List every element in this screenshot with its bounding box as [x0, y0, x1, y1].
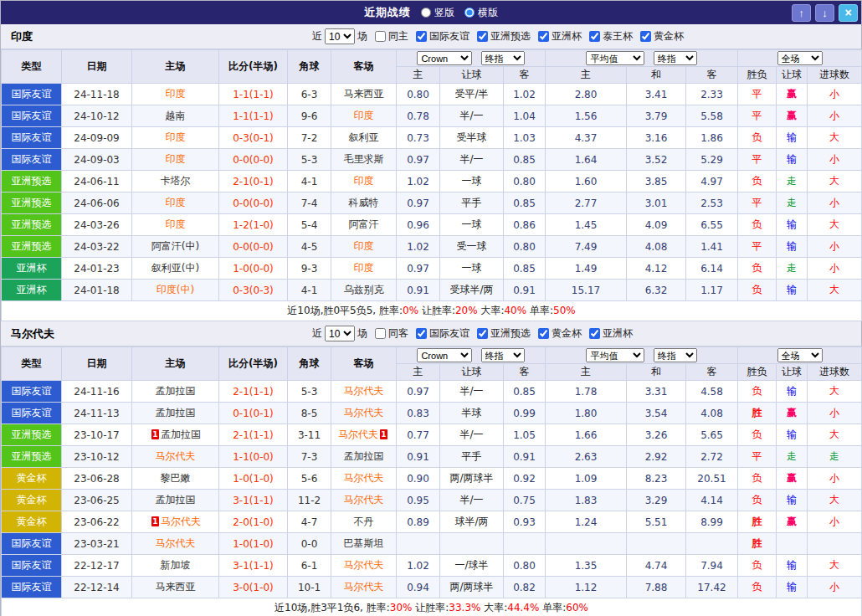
- match-row: 亚洲预选24-03-26印度1-2(1-0)5-4阿富汗0.96一球0.861.…: [2, 214, 862, 236]
- match-date: 23-03-21: [62, 533, 132, 555]
- competition-checkbox[interactable]: [477, 31, 488, 42]
- home-team: 孟加拉国: [132, 381, 219, 403]
- euro-odds: 3.29: [627, 490, 686, 511]
- bookmaker-select[interactable]: Crown: [417, 51, 472, 65]
- average-odds-select[interactable]: 平均值: [586, 348, 644, 362]
- competition-filter[interactable]: 泰王杯: [589, 29, 633, 44]
- euro-odds: 2.33: [686, 84, 738, 105]
- column-header-type: 类型: [2, 50, 62, 84]
- title-group: 近期战绩 竖版 横版: [1, 5, 861, 20]
- handicap-line: 半球: [440, 403, 504, 424]
- red-card-badge: 1: [380, 429, 387, 439]
- summary-segment: 0%: [403, 305, 418, 316]
- match-row: 国际友谊22-12-14马来西亚3-0(1-0)10-1马尔代夫0.94两/两球…: [2, 577, 862, 598]
- result-handicap: 赢: [777, 403, 808, 424]
- competition-filter[interactable]: 亚洲预选: [477, 326, 531, 341]
- final-odds-select[interactable]: 终指: [481, 51, 525, 65]
- close-button[interactable]: ×: [839, 4, 858, 22]
- handicap-line: 半/一: [440, 490, 504, 511]
- away-team: 马尔代夫: [331, 403, 397, 424]
- euro-odds: 3.54: [627, 403, 686, 424]
- competition-filter[interactable]: 国际友谊: [416, 29, 469, 44]
- asian-odds: [504, 533, 546, 555]
- scope-select[interactable]: 全场: [777, 348, 823, 362]
- competition-filter[interactable]: 黄金杯: [640, 29, 684, 44]
- section-bar-maldives: 马尔代夫 近 10 场 同客 国际友谊 亚洲预选 黄金杯 亚洲杯: [1, 321, 861, 346]
- competition-checkbox[interactable]: [416, 31, 427, 42]
- competition-checkbox[interactable]: [589, 328, 600, 339]
- competition-filter[interactable]: 国际友谊: [416, 326, 469, 341]
- team-label: 马尔代夫: [344, 494, 384, 506]
- asian-odds: 0.95: [397, 490, 440, 511]
- team-label: 印度: [166, 88, 186, 100]
- same-away-checkbox[interactable]: [375, 328, 386, 339]
- asian-odds: 0.94: [397, 577, 440, 598]
- competition-checkbox[interactable]: [538, 328, 549, 339]
- competition-checkbox[interactable]: [589, 31, 600, 42]
- summary-row: 近10场,胜0平5负5, 胜率:0% 让胜率:20% 大率:40% 单率:50%: [2, 301, 862, 321]
- scroll-up-button[interactable]: ↑: [792, 4, 811, 22]
- scope-select[interactable]: 全场: [777, 51, 823, 65]
- competition-filter[interactable]: 黄金杯: [538, 326, 582, 341]
- handicap-line: 一球: [440, 214, 504, 236]
- competition-filter[interactable]: 亚洲预选: [477, 29, 531, 44]
- competition-checkbox[interactable]: [416, 328, 427, 339]
- competition-label: 亚洲预选: [490, 29, 531, 44]
- horizontal-layout-radio[interactable]: [464, 8, 475, 18]
- match-score: 2-0(1-0): [219, 511, 288, 533]
- vertical-layout-radio[interactable]: [421, 8, 431, 18]
- asian-odds: 0.97: [397, 381, 440, 403]
- filter-suffix-label: 场: [357, 326, 367, 341]
- average-odds-select[interactable]: 平均值: [586, 51, 644, 65]
- result-wdl: 负: [738, 424, 777, 446]
- subcol-euro-home: 主: [546, 67, 627, 84]
- same-home-checkbox[interactable]: [375, 31, 386, 42]
- euro-odds: 1.64: [546, 149, 627, 171]
- away-team: 叙利亚: [331, 127, 397, 149]
- bookmaker-select[interactable]: Crown: [417, 348, 472, 362]
- home-team: 越南: [132, 105, 219, 127]
- same-home-filter[interactable]: 同主: [375, 29, 408, 44]
- euro-odds: 4.37: [546, 127, 627, 149]
- asian-odds: 0.90: [397, 468, 440, 490]
- match-date: 24-09-09: [62, 127, 132, 149]
- asian-odds: 1.02: [504, 84, 546, 105]
- final-odds-select-2[interactable]: 终指: [654, 51, 697, 65]
- result-handicap: 赢: [777, 468, 808, 490]
- away-team: 巴基斯坦: [331, 533, 397, 555]
- final-odds-select[interactable]: 终指: [481, 348, 525, 362]
- euro-odds-header: 平均值 终指: [546, 50, 738, 67]
- titlebar: 近期战绩 竖版 横版 ↑ ↓ ×: [1, 1, 861, 24]
- euro-odds: 1.49: [546, 258, 627, 280]
- euro-odds: [627, 533, 686, 555]
- final-odds-select-2[interactable]: 终指: [654, 348, 697, 362]
- india-results-table: 类型 日期 主场 比分(半场) 角球 客场 Crown 终指 平均值 终指 全场: [1, 49, 862, 321]
- same-away-filter[interactable]: 同客: [375, 326, 408, 341]
- vertical-layout-label: 竖版: [434, 6, 454, 20]
- subcol-asian-line: 让球: [440, 67, 504, 84]
- red-card-badge: 1: [151, 516, 159, 526]
- scroll-down-button[interactable]: ↓: [815, 4, 834, 22]
- euro-odds: 5.51: [627, 511, 686, 533]
- euro-odds: 1.09: [546, 468, 627, 490]
- match-row: 亚洲预选23-10-171孟加拉国2-1(1-1)3-11马尔代夫10.77半/…: [2, 424, 862, 446]
- competition-checkbox[interactable]: [477, 328, 488, 339]
- horizontal-layout-label: 横版: [478, 6, 498, 20]
- competition-checkbox[interactable]: [538, 31, 549, 42]
- corners: 7-4: [288, 192, 331, 214]
- competition-filter[interactable]: 亚洲杯: [589, 326, 633, 341]
- layout-option-horizontal[interactable]: 横版: [464, 6, 498, 20]
- competition-type-badge: 亚洲预选: [2, 424, 62, 446]
- result-goals: [808, 533, 862, 555]
- match-count-select[interactable]: 10: [325, 326, 355, 341]
- match-score: 0-1(0-1): [219, 403, 288, 424]
- competition-checkbox[interactable]: [640, 31, 651, 42]
- match-count-select[interactable]: 10: [325, 28, 355, 44]
- match-date: 23-10-12: [62, 446, 132, 468]
- layout-option-vertical[interactable]: 竖版: [421, 6, 454, 20]
- team-label: 不丹: [354, 516, 374, 527]
- competition-filter[interactable]: 亚洲杯: [538, 29, 582, 44]
- match-date: 24-11-13: [62, 403, 132, 424]
- result-wdl: 负: [738, 214, 777, 236]
- asian-odds: 1.02: [397, 236, 440, 258]
